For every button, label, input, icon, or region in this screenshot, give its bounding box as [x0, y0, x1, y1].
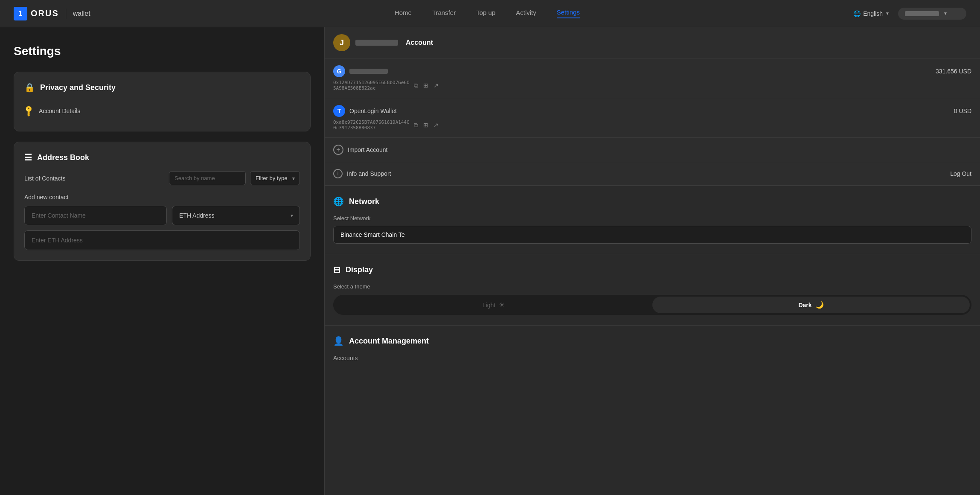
- display-section-header: ⊟ Display: [333, 265, 971, 275]
- nav-topup[interactable]: Top up: [476, 9, 495, 18]
- import-account-row[interactable]: + Import Account: [325, 138, 980, 162]
- filter-by-type-select[interactable]: Filter by type ETH BTC: [250, 171, 300, 185]
- import-account-label: Import Account: [348, 146, 387, 153]
- info-support-label: Info and Support: [347, 170, 391, 177]
- torus-logo: T: [333, 105, 345, 117]
- theme-dark-option[interactable]: Dark 🌙: [652, 297, 970, 313]
- network-icon: 🌐: [333, 196, 344, 207]
- globe-icon: 🌐: [853, 10, 861, 17]
- language-selector[interactable]: 🌐 English ▼: [850, 9, 893, 19]
- search-by-name-input[interactable]: [169, 171, 246, 185]
- nav-transfer[interactable]: Transfer: [432, 9, 456, 18]
- account-name-redacted: [355, 40, 398, 46]
- lock-icon: 🔒: [24, 82, 35, 93]
- wallet-item-top-torus: T OpenLogin Wallet 0 USD: [333, 105, 971, 117]
- torus-wallet-name: OpenLogin Wallet: [349, 108, 397, 114]
- address-input-wrapper: [24, 230, 300, 250]
- account-management-header: 👤 Account Management: [333, 336, 971, 346]
- torus-wallet-actions: ⧉ ⊞ ↗: [413, 121, 439, 130]
- logo: 1 ORUS wallet: [14, 7, 90, 20]
- torus-wallet-item: T OpenLogin Wallet 0 USD 0xa8c972C25B7A0…: [325, 98, 980, 138]
- privacy-security-content: 🔑 Account Details: [24, 101, 300, 121]
- external-torus-address-button[interactable]: ↗: [433, 121, 439, 130]
- right-panel: J Account G 331.656 USD: [324, 27, 980, 495]
- language-label: English: [863, 10, 883, 17]
- moon-icon: 🌙: [815, 301, 824, 309]
- address-book-content: List of Contacts Filter by type ETH BTC …: [24, 171, 300, 250]
- eth-address-input[interactable]: [24, 230, 300, 250]
- account-dropdown-header: J Account: [325, 27, 980, 58]
- external-google-address-button[interactable]: ↗: [433, 81, 439, 90]
- display-title: Display: [346, 265, 373, 274]
- account-dropdown: J Account G 331.656 USD: [325, 27, 980, 186]
- address-book-title: Address Book: [37, 153, 89, 162]
- network-title: Network: [349, 197, 379, 206]
- info-logout-row: i Info and Support Log Out: [325, 162, 980, 186]
- dark-label: Dark: [798, 302, 811, 309]
- privacy-security-title: Privacy and Security: [40, 83, 116, 92]
- add-new-contact-label: Add new contact: [24, 194, 300, 201]
- list-of-contacts-label: List of Contacts: [24, 175, 66, 182]
- left-panel: Settings 🔒 Privacy and Security 🔑 Accoun…: [0, 27, 324, 495]
- nav-links: Home Transfer Top up Activity Settings: [125, 9, 850, 18]
- qr-torus-address-button[interactable]: ⊞: [422, 121, 429, 130]
- contacts-filters: Filter by type ETH BTC ▼: [169, 171, 300, 185]
- logout-button[interactable]: Log Out: [950, 170, 971, 177]
- logo-divider: [66, 9, 66, 19]
- copy-google-address-button[interactable]: ⧉: [413, 81, 419, 90]
- google-wallet-actions: ⧉ ⊞ ↗: [413, 81, 439, 90]
- google-wallet-item: G 331.656 USD 0x12AD7715126095E6E8b076e6…: [325, 58, 980, 98]
- nav-right: 🌐 English ▼ ▼: [850, 8, 966, 20]
- address-book-header: ☰ Address Book: [24, 152, 300, 163]
- account-btn-redacted: [905, 11, 939, 16]
- contacts-header: List of Contacts Filter by type ETH BTC …: [24, 171, 300, 185]
- account-button[interactable]: ▼: [898, 8, 966, 20]
- plus-icon: +: [333, 145, 343, 155]
- contact-name-input[interactable]: [24, 206, 167, 225]
- eth-address-type-select[interactable]: ETH Address BTC Address: [172, 206, 300, 225]
- copy-torus-address-button[interactable]: ⧉: [413, 121, 419, 130]
- nav-home[interactable]: Home: [395, 9, 412, 18]
- account-suffix: Account: [406, 39, 433, 47]
- account-management-section: 👤 Account Management Accounts: [325, 326, 980, 372]
- sun-icon: ☀: [499, 301, 505, 309]
- logo-icon: 1: [14, 7, 27, 20]
- address-book-card: ☰ Address Book List of Contacts Filter b…: [14, 142, 311, 261]
- google-wallet-name-redacted: [349, 69, 388, 74]
- network-select[interactable]: Mainnet Ropsten Rinkeby Binance Smart Ch…: [333, 226, 971, 244]
- lang-chevron-icon: ▼: [885, 11, 890, 16]
- logo-name: ORUS: [31, 9, 59, 18]
- privacy-security-header: 🔒 Privacy and Security: [24, 82, 300, 93]
- theme-selector: Light ☀ Dark 🌙: [333, 295, 971, 315]
- qr-google-address-button[interactable]: ⊞: [422, 81, 429, 90]
- nav-settings[interactable]: Settings: [557, 9, 580, 18]
- torus-wallet-address-row: 0xa8c972C25B7A07661619A1440 0c3912358B80…: [333, 119, 971, 131]
- torus-wallet-address: 0xa8c972C25B7A07661619A1440 0c3912358B80…: [333, 119, 410, 131]
- address-book-icon: ☰: [24, 152, 32, 163]
- wallet-item-left-torus: T OpenLogin Wallet: [333, 105, 397, 117]
- torus-wallet-balance: 0 USD: [954, 108, 971, 114]
- account-details-label: Account Details: [39, 108, 80, 114]
- privacy-security-card: 🔒 Privacy and Security 🔑 Account Details: [14, 72, 311, 131]
- info-support-row[interactable]: i Info and Support: [325, 162, 950, 185]
- account-chevron-icon: ▼: [943, 11, 948, 16]
- filter-wrapper: Filter by type ETH BTC ▼: [250, 171, 300, 185]
- main-content: Settings 🔒 Privacy and Security 🔑 Accoun…: [0, 27, 980, 495]
- contact-form-row: ETH Address BTC Address: [24, 206, 300, 225]
- top-navigation: 1 ORUS wallet Home Transfer Top up Activ…: [0, 0, 980, 27]
- google-logo: G: [333, 65, 345, 77]
- network-section: 🌐 Network Select Network Mainnet Ropsten…: [325, 186, 980, 254]
- google-wallet-address-row: 0x12AD7715126095E6E8b076e60 5A98AE508E82…: [333, 80, 971, 91]
- key-icon: 🔑: [22, 104, 35, 117]
- nav-activity[interactable]: Activity: [516, 9, 536, 18]
- account-details-row[interactable]: 🔑 Account Details: [24, 101, 300, 121]
- google-wallet-address: 0x12AD7715126095E6E8b076e60 5A98AE508E82…: [333, 80, 410, 91]
- page-title: Settings: [14, 44, 311, 58]
- avatar: J: [333, 34, 350, 51]
- logo-wallet: wallet: [73, 10, 90, 17]
- account-mgmt-icon: 👤: [333, 336, 344, 346]
- account-management-title: Account Management: [349, 337, 429, 346]
- theme-label: Select a theme: [333, 283, 971, 290]
- accounts-label: Accounts: [333, 355, 971, 361]
- theme-light-option[interactable]: Light ☀: [335, 297, 652, 313]
